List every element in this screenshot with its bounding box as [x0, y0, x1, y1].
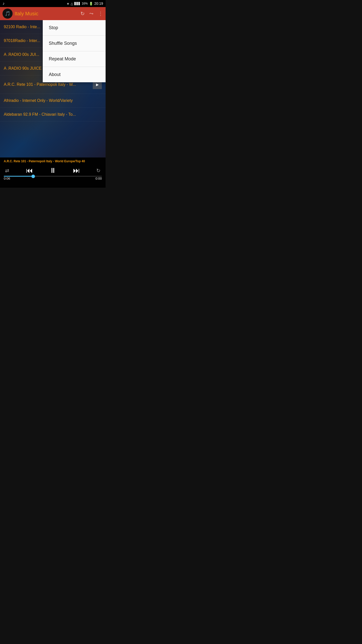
menu-item-about[interactable]: About: [43, 67, 106, 82]
time-row: 0:06 0:00: [0, 177, 106, 181]
menu-item-stop[interactable]: Stop: [43, 20, 106, 36]
status-left: ♪: [3, 1, 5, 6]
toolbar-actions: ↻ ⤳ ⋮: [80, 11, 103, 17]
time-total: 0:00: [96, 177, 102, 180]
app-logo-icon: [3, 9, 13, 19]
app-toolbar: Italy Music ↻ ⤳ ⋮: [0, 7, 106, 20]
wifi-icon: △: [71, 2, 73, 6]
battery-icon: 🔋: [89, 2, 93, 6]
signal-icon: ▋▋▋: [74, 2, 80, 5]
prev-button[interactable]: ⏮: [26, 166, 33, 175]
status-right: ∗ △ ▋▋▋ 16% 🔋 20:19: [67, 2, 103, 6]
menu-item-shuffle[interactable]: Shuffle Songs: [43, 36, 106, 51]
time-elapsed: 0:06: [4, 177, 10, 180]
progress-thumb[interactable]: [31, 175, 35, 178]
player-bar: A.R.C. Rete 101 - Paternopoli Italy - Wo…: [0, 157, 106, 188]
app-logo-area: Italy Music: [3, 9, 80, 19]
now-playing-label: A.R.C. Rete 101 - Paternopoli Italy - Wo…: [0, 157, 106, 165]
music-note-icon: ♪: [3, 1, 5, 6]
status-bar: ♪ ∗ △ ▋▋▋ 16% 🔋 20:19: [0, 0, 106, 7]
app-title: Italy Music: [15, 11, 38, 17]
refresh-icon[interactable]: ↻: [80, 11, 85, 17]
more-icon[interactable]: ⋮: [98, 11, 103, 17]
progress-bar[interactable]: [4, 176, 102, 177]
share-icon[interactable]: ⤳: [89, 11, 94, 17]
player-controls: ⇄ ⏮ ⏸ ⏭ ↻: [0, 165, 106, 176]
bluetooth-icon: ∗: [67, 2, 69, 6]
repeat-button[interactable]: ↻: [96, 168, 101, 174]
clock: 20:19: [94, 2, 103, 6]
battery-level: 16%: [82, 2, 88, 5]
menu-item-repeat[interactable]: Repeat Mode: [43, 51, 106, 67]
progress-fill: [4, 176, 33, 177]
shuffle-button[interactable]: ⇄: [5, 168, 9, 174]
pause-button[interactable]: ⏸: [49, 166, 56, 175]
next-button[interactable]: ⏭: [73, 166, 80, 175]
dropdown-menu: Stop Shuffle Songs Repeat Mode About: [43, 20, 106, 82]
